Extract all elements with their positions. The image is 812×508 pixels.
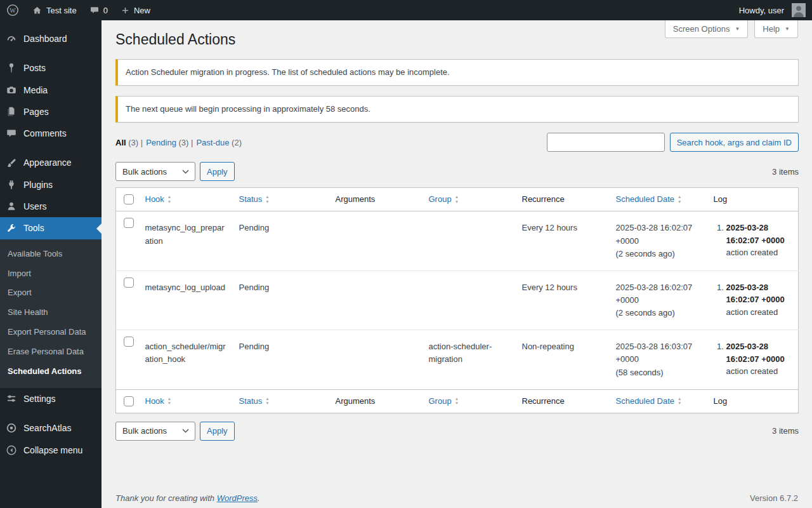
sidebar-item-label: Tools xyxy=(23,222,44,234)
sidebar-item-dashboard[interactable]: Dashboard xyxy=(0,28,102,50)
my-account-menu[interactable]: Howdy, user xyxy=(733,0,812,20)
log-cell: 2025-03-28 16:02:07 +0000action created xyxy=(707,330,799,389)
howdy-label: Howdy, user xyxy=(739,6,784,15)
sidebar-item-comments[interactable]: Comments xyxy=(0,123,102,144)
sidebar-item-posts[interactable]: Posts xyxy=(0,57,102,79)
sidebar-item-label: Dashboard xyxy=(23,32,67,45)
search-input[interactable] xyxy=(547,133,665,152)
column-header-log: Log xyxy=(707,188,799,211)
select-all-cell xyxy=(116,389,139,413)
screen-options-button[interactable]: Screen Options ▼ xyxy=(665,20,749,38)
scheduled-date: 2025-03-28 16:02:07 +0000 xyxy=(616,281,701,307)
sort-group-link[interactable]: Group▲▼ xyxy=(429,396,459,407)
main-content: Screen Options ▼ Help ▼ Scheduled Action… xyxy=(102,0,812,508)
sidebar-item-users[interactable]: Users xyxy=(0,196,102,217)
recurrence-cell: Non-repeating xyxy=(516,330,610,389)
filter-separator: | xyxy=(191,138,193,147)
bulk-actions-group: Bulk actions Apply xyxy=(115,422,235,441)
sidebar-item-pages[interactable]: Pages xyxy=(0,101,102,123)
submenu-item-export-personal-data[interactable]: Export Personal Data xyxy=(0,323,102,342)
select-all-checkbox[interactable] xyxy=(124,194,134,204)
submenu-item-import[interactable]: Import xyxy=(0,264,102,284)
wordpress-link[interactable]: WordPress xyxy=(217,493,258,503)
screen-meta-links: Screen Options ▼ Help ▼ xyxy=(665,20,798,38)
group-cell: action-scheduler-migration xyxy=(422,330,516,389)
filter-pending: Pending (3) | xyxy=(146,138,193,147)
sort-indicator-icon: ▲▼ xyxy=(167,397,171,406)
sort-indicator-icon: ▲▼ xyxy=(455,195,459,204)
sidebar-item-searchatlas[interactable]: SearchAtlas xyxy=(0,417,102,439)
tablenav-top: Bulk actions Apply 3 items xyxy=(115,162,799,181)
admin-bar-right: Howdy, user xyxy=(733,0,812,20)
brush-icon xyxy=(5,157,18,170)
submenu-item-export[interactable]: Export xyxy=(0,283,102,303)
help-button[interactable]: Help ▼ xyxy=(754,20,798,38)
bulk-actions-selected-value: Bulk actions xyxy=(122,167,167,177)
sort-group-link[interactable]: Group▲▼ xyxy=(429,194,459,205)
column-header-hook: Hook▲▼ xyxy=(139,188,233,211)
sort-status-link[interactable]: Status▲▼ xyxy=(239,396,270,407)
recurrence-cell: Every 12 hours xyxy=(516,271,610,330)
row-checkbox[interactable] xyxy=(124,337,134,347)
wordpress-logo-icon: W xyxy=(6,4,19,17)
scheduled-date: 2025-03-28 16:02:07 +0000 xyxy=(616,222,701,247)
sidebar-item-plugins[interactable]: Plugins xyxy=(0,174,102,196)
sidebar-item-appearance[interactable]: Appearance xyxy=(0,152,102,173)
items-count: 3 items xyxy=(772,426,799,436)
status-cell: Pending xyxy=(233,271,329,330)
sort-scheduled-date-link[interactable]: Scheduled Date▲▼ xyxy=(616,396,682,407)
migration-notice-text: Action Scheduler migration in progress. … xyxy=(126,67,790,78)
sort-hook-link[interactable]: Hook▲▼ xyxy=(145,194,172,205)
filter-all-link[interactable]: All xyxy=(115,138,126,147)
wp-logo-menu[interactable]: W xyxy=(0,0,25,20)
select-all-checkbox[interactable] xyxy=(124,396,134,406)
new-label: New xyxy=(134,6,150,15)
sort-scheduled-date-link[interactable]: Scheduled Date▲▼ xyxy=(616,194,682,205)
table-row: metasync_log_upload Pending Every 12 hou… xyxy=(116,271,799,330)
log-entry: 2025-03-28 16:02:07 +0000action created xyxy=(726,340,792,378)
search-button[interactable]: Search hook, args and claim ID xyxy=(670,133,799,152)
comments-menu[interactable]: 0 xyxy=(83,0,114,20)
row-check-cell xyxy=(116,271,139,330)
dashboard-icon xyxy=(5,32,18,45)
wrench-icon xyxy=(5,222,18,235)
filter-pending-link[interactable]: Pending xyxy=(146,138,176,147)
row-checkbox[interactable] xyxy=(124,277,134,288)
group-cell xyxy=(422,271,516,330)
sidebar-item-tools[interactable]: Tools xyxy=(0,217,102,239)
submenu-item-scheduled-actions[interactable]: Scheduled Actions xyxy=(0,362,102,382)
filter-past-due-link[interactable]: Past-due xyxy=(196,138,229,147)
pushpin-icon xyxy=(5,62,18,74)
sidebar-item-label: Posts xyxy=(23,62,46,74)
submenu-item-available-tools[interactable]: Available Tools xyxy=(0,244,102,264)
chevron-down-icon: ▼ xyxy=(735,27,740,32)
filter-all: All (3) | xyxy=(115,138,143,147)
sort-hook-link[interactable]: Hook▲▼ xyxy=(145,396,172,407)
submenu-item-site-health[interactable]: Site Health xyxy=(0,303,102,323)
site-name-label: Test site xyxy=(46,6,77,15)
bulk-actions-select[interactable]: Bulk actions xyxy=(115,422,195,441)
apply-button[interactable]: Apply xyxy=(200,422,235,441)
sidebar-item-media[interactable]: Media xyxy=(0,79,102,101)
site-name-menu[interactable]: Test site xyxy=(25,0,83,20)
collapse-menu-button[interactable]: Collapse menu xyxy=(0,439,102,461)
user-icon xyxy=(5,200,18,213)
submenu-item-erase-personal-data[interactable]: Erase Personal Data xyxy=(0,342,102,362)
avatar xyxy=(792,3,806,17)
column-header-status: Status▲▼ xyxy=(233,389,329,413)
sidebar-item-settings[interactable]: Settings xyxy=(0,388,102,410)
column-header-scheduled-date: Scheduled Date▲▼ xyxy=(610,188,707,211)
sort-indicator-icon: ▲▼ xyxy=(455,397,459,406)
row-checkbox[interactable] xyxy=(124,218,134,228)
column-header-arguments: Arguments xyxy=(329,389,422,413)
sort-status-link[interactable]: Status▲▼ xyxy=(239,194,270,205)
scheduled-date-cell: 2025-03-28 16:02:07 +0000 (2 seconds ago… xyxy=(610,211,707,271)
new-content-menu[interactable]: New xyxy=(114,0,157,20)
scheduled-date-cell: 2025-03-28 16:02:07 +0000 (2 seconds ago… xyxy=(610,271,707,330)
camera-icon xyxy=(5,84,18,97)
apply-button[interactable]: Apply xyxy=(200,162,235,181)
sidebar-item-label: SearchAtlas xyxy=(23,422,71,434)
chevron-down-icon xyxy=(182,170,189,174)
bulk-actions-select[interactable]: Bulk actions xyxy=(115,162,195,181)
arguments-cell xyxy=(329,211,422,271)
